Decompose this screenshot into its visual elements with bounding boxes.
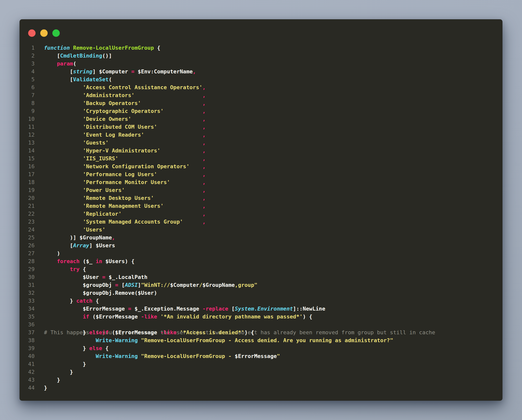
code-token: 'Remote Management Users' [83, 203, 163, 209]
line-number: 16 [20, 163, 35, 170]
code-token: , [202, 195, 206, 201]
code-line: 9 'Cryptographic Operators' , [20, 107, 502, 115]
code-token: } [44, 298, 76, 304]
line-number: 4 [20, 68, 35, 76]
code-text: function Remove-LocalUserFromGroup { [44, 44, 160, 52]
code-token [118, 155, 202, 162]
line-number: 1 [20, 44, 35, 52]
code-token: )] $GroupName [44, 234, 112, 241]
code-token [170, 179, 202, 185]
code-token: '*An invalid directory pathname was pass… [160, 314, 302, 320]
code-token [154, 195, 202, 201]
code-token: param [57, 61, 73, 67]
line-number: 21 [20, 202, 35, 210]
code-token: ) [44, 250, 60, 256]
code-token: , [202, 108, 206, 114]
line-number: 5 [20, 76, 35, 84]
code-text: } [44, 368, 73, 376]
code-line: 26 [Array] $Users [20, 242, 502, 250]
code-token: ($ErrorMessage [89, 314, 141, 320]
code-line: 43 } [20, 376, 502, 384]
code-token: [ [44, 242, 73, 249]
code-token: [ [118, 282, 125, 288]
code-token [44, 195, 83, 201]
code-token: $ErrorMessage [235, 353, 277, 359]
code-text: } else { [44, 344, 109, 352]
code-token [44, 100, 83, 106]
code-line: 8 'Backup Operators' , [20, 99, 502, 107]
code-text: param( [44, 60, 76, 68]
code-token: $Users) { [102, 258, 135, 264]
code-token: , [202, 140, 206, 146]
code-token [157, 124, 202, 130]
line-number: 44 [20, 384, 35, 392]
code-token [44, 155, 83, 162]
line-number: 28 [20, 257, 35, 265]
code-line: 28 foreach ($_ in $Users) { [20, 257, 502, 265]
code-token [44, 163, 83, 169]
line-number: 8 [20, 99, 35, 107]
code-line: 19 'Power Users' , [20, 186, 502, 194]
minimize-button[interactable] [40, 29, 48, 37]
code-line: 31 $groupObj = [ADSI]"WinNT://$Computer/… [20, 281, 502, 289]
code-token: } [44, 377, 60, 383]
code-token: , [202, 116, 206, 122]
code-line: 13 'Guests' , [20, 139, 502, 147]
code-editor[interactable]: 1function Remove-LocalUserFromGroup {2 [… [20, 44, 502, 392]
code-token: } [44, 369, 73, 375]
code-token [157, 171, 202, 177]
code-token [189, 163, 202, 169]
code-line: 30 $User = $_.LocalPath [20, 273, 502, 281]
code-token [44, 140, 83, 146]
code-line: 5 [ValidateSet( [20, 76, 502, 84]
code-token: , [202, 171, 206, 177]
code-line: 33 } catch { [20, 297, 502, 305]
code-token: ()] [102, 53, 112, 59]
code-token [44, 171, 83, 177]
code-text: if ($ErrorMessage -like '*An invalid dir… [44, 313, 312, 321]
editor-window: 1function Remove-LocalUserFromGroup {2 [… [20, 19, 502, 401]
line-number: 32 [20, 289, 35, 297]
code-token: 'Event Log Readers' [83, 132, 144, 138]
code-token: , [202, 187, 206, 193]
code-token: } [44, 385, 47, 391]
code-token: 'IIS_IUSRS' [83, 155, 118, 162]
code-token: 'Replicator' [83, 211, 121, 217]
line-number: 27 [20, 250, 35, 257]
code-text: 'Performance Monitor Users' , [44, 178, 206, 186]
code-text: )] $GroupName, [44, 234, 115, 242]
code-text: Write-Warning "Remove-LocalUserFromGroup… [44, 352, 280, 360]
code-text: # This happens if you try to remove the … [44, 329, 435, 336]
window-titlebar [28, 29, 60, 37]
code-token: -replace [202, 306, 228, 312]
line-number: 30 [20, 273, 35, 281]
line-number: 24 [20, 226, 35, 234]
code-token: , [202, 84, 206, 90]
code-token: $groupObj.Remove($User) [44, 290, 157, 296]
code-token: in [96, 258, 102, 264]
maximize-button[interactable] [52, 29, 60, 37]
close-button[interactable] [28, 29, 36, 37]
code-token: 'Distributed COM Users' [83, 124, 157, 130]
code-text: 'Users' [44, 226, 105, 234]
code-text: 'Access Control Assistance Operators', [44, 84, 206, 91]
code-token: , [202, 203, 206, 209]
code-token: , [202, 124, 206, 130]
code-text: [ValidateSet( [44, 76, 112, 84]
code-token: $_.Exception.Message [131, 306, 202, 312]
code-text: 'Guests' , [44, 139, 206, 147]
line-number: 11 [20, 123, 35, 131]
code-text: ) [44, 250, 60, 257]
code-token [44, 124, 83, 130]
code-text: $groupObj.Remove($User) [44, 289, 157, 297]
code-token: 'Remote Desktop Users' [83, 195, 154, 201]
code-text: 'Distributed COM Users' , [44, 123, 206, 131]
code-text: $groupObj = [ADSI]"WinNT://$Computer/$Gr… [44, 281, 257, 289]
code-line: 23 'System Managed Accounts Group' , [20, 218, 502, 226]
code-token: ) { [244, 329, 254, 336]
code-token: 'Guests' [83, 140, 109, 146]
code-token [44, 219, 83, 225]
code-token: ( [73, 61, 76, 67]
line-number: 6 [20, 84, 35, 91]
code-line: 22 'Replicator' , [20, 210, 502, 218]
